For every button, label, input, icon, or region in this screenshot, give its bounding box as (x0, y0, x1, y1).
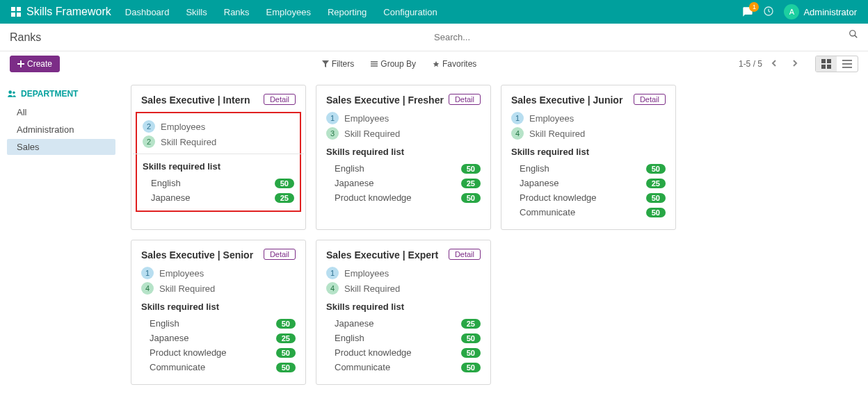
card-header: Sales Executive | FresherDetail (326, 94, 481, 106)
employees-stat: 1Employees (141, 267, 296, 279)
rank-card[interactable]: Sales Executive | FresherDetail1Employee… (316, 85, 491, 230)
skill-name: English (335, 163, 364, 174)
detail-button[interactable]: Detail (449, 249, 481, 260)
nav-item-dashboard[interactable]: Dashboard (125, 7, 170, 17)
svg-rect-3 (17, 13, 21, 17)
card-title: Sales Executive | Senior (141, 249, 253, 261)
list-view-icon (842, 59, 852, 69)
skill-row: Communicate50 (511, 205, 666, 220)
detail-button[interactable]: Detail (264, 249, 296, 260)
skill-value: 50 (461, 348, 481, 358)
skill-row: English50 (143, 176, 294, 190)
rank-card[interactable]: Sales Executive | ExpertDetail1Employees… (316, 240, 491, 385)
page-prev[interactable] (765, 56, 783, 72)
detail-button[interactable]: Detail (264, 94, 296, 105)
svg-rect-0 (11, 7, 15, 11)
employees-stat: 2Employees (143, 120, 294, 133)
skill-value: 50 (276, 319, 296, 329)
skill-row: Product knowledge50 (326, 345, 481, 360)
highlight-box: 2Employees2Skill RequiredSkills required… (136, 112, 301, 212)
svg-point-5 (850, 31, 855, 36)
rank-card[interactable]: Sales Executive | InternDetail2Employees… (131, 85, 306, 230)
employees-label: Employees (529, 113, 574, 124)
skill-value: 50 (461, 164, 481, 174)
skill-value: 25 (275, 193, 294, 203)
skill-required-count-badge: 4 (326, 282, 339, 295)
rank-card[interactable]: Sales Executive | SeniorDetail1Employees… (131, 240, 306, 385)
page-next[interactable] (786, 56, 804, 72)
employees-count-badge: 2 (143, 120, 155, 133)
skill-row: Product knowledge50 (141, 345, 296, 360)
plus-icon (17, 60, 24, 67)
card-header: Sales Executive | InternDetail (141, 94, 296, 106)
employees-count-badge: 1 (141, 267, 154, 279)
chat-count-badge: 1 (749, 2, 759, 12)
pager-text: 1-5 / 5 (739, 59, 762, 69)
star-icon (433, 60, 440, 67)
skills-list-header: Skills required list (326, 302, 481, 312)
kanban-board: Sales Executive | InternDetail2Employees… (122, 81, 868, 396)
svg-rect-10 (821, 59, 826, 63)
detail-button[interactable]: Detail (634, 94, 666, 105)
search-input[interactable] (434, 29, 849, 45)
department-item-administration[interactable]: Administration (7, 122, 115, 138)
nav-item-ranks[interactable]: Ranks (224, 7, 250, 17)
filters-label: Filters (332, 59, 355, 69)
skill-required-label: Skill Required (161, 137, 216, 147)
skill-name: Japanese (520, 178, 558, 188)
nav-item-configuration[interactable]: Configuration (383, 7, 437, 17)
skill-row: Japanese25 (143, 190, 294, 205)
username: Administrator (803, 7, 857, 17)
employees-count-badge: 1 (326, 267, 339, 279)
list-view-button[interactable] (837, 56, 858, 72)
filters-button[interactable]: Filters (314, 56, 363, 72)
skill-value: 50 (275, 179, 294, 188)
card-title: Sales Executive | Junior (511, 94, 622, 106)
skill-row: Product knowledge50 (326, 190, 481, 205)
skill-required-label: Skill Required (529, 129, 585, 139)
skill-name: English (151, 178, 181, 188)
skill-row: English50 (326, 161, 481, 176)
favorites-button[interactable]: Favorites (424, 56, 485, 72)
skill-required-count-badge: 4 (511, 127, 524, 140)
skill-required-stat: 3Skill Required (326, 127, 481, 140)
skill-name: Japanese (151, 192, 190, 203)
skill-required-stat: 4Skill Required (511, 127, 666, 140)
apps-icon[interactable] (11, 7, 21, 17)
skill-required-count-badge: 4 (141, 282, 154, 295)
svg-line-6 (855, 35, 858, 38)
chevron-left-icon (771, 60, 778, 67)
skill-name: Japanese (150, 333, 188, 343)
nav-item-employees[interactable]: Employees (266, 7, 311, 17)
skill-row: Communicate50 (326, 360, 481, 374)
brand-title[interactable]: Skills Framework (26, 6, 111, 18)
skill-row: Japanese25 (326, 316, 481, 331)
svg-point-17 (8, 90, 12, 94)
skill-required-label: Skill Required (159, 283, 215, 294)
nav-item-skills[interactable]: Skills (186, 7, 207, 17)
skill-name: English (335, 333, 364, 343)
skill-value: 25 (461, 179, 481, 188)
chat-button[interactable]: 1 (742, 6, 753, 17)
skill-value: 50 (646, 208, 666, 217)
skill-name: Product knowledge (335, 347, 412, 358)
create-button[interactable]: Create (10, 56, 60, 72)
activity-button[interactable] (763, 6, 774, 19)
skill-row: Product knowledge50 (511, 190, 666, 205)
svg-rect-1 (17, 7, 21, 11)
kanban-view-button[interactable] (816, 56, 837, 72)
list-icon (371, 60, 378, 67)
rank-card[interactable]: Sales Executive | JuniorDetail1Employees… (501, 85, 676, 230)
skill-required-count-badge: 2 (143, 135, 155, 148)
skill-value: 50 (461, 193, 481, 203)
department-item-all[interactable]: All (7, 104, 115, 120)
card-header: Sales Executive | ExpertDetail (326, 249, 481, 261)
nav-item-reporting[interactable]: Reporting (328, 7, 367, 17)
skill-required-count-badge: 3 (326, 127, 339, 140)
department-item-sales[interactable]: Sales (7, 139, 115, 155)
skill-row: English50 (141, 316, 296, 331)
detail-button[interactable]: Detail (449, 94, 481, 105)
groupby-button[interactable]: Group By (362, 56, 424, 72)
user-menu[interactable]: A Administrator (784, 4, 857, 19)
search-icon[interactable] (849, 29, 858, 45)
